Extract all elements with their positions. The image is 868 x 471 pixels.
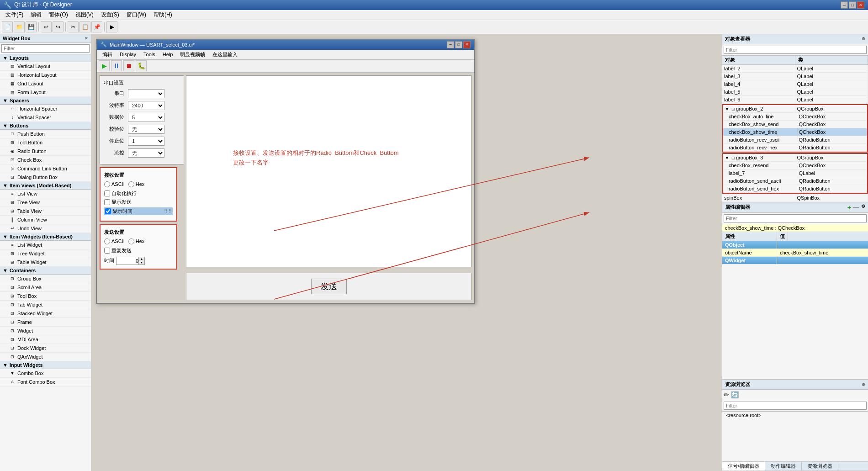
recv-ascii-radio-input[interactable] bbox=[104, 181, 110, 187]
category-buttons[interactable]: ▼ Buttons bbox=[0, 122, 91, 130]
menu-form[interactable]: 窗体(O) bbox=[45, 10, 71, 20]
resource-refresh-icon[interactable]: 🔄 bbox=[731, 391, 739, 398]
tab-signal-slot[interactable]: 信号/槽编辑器 bbox=[722, 462, 765, 471]
tree-row-groupbox3[interactable]: ▼ ⊡groupBox_3 QGroupBox bbox=[723, 154, 867, 162]
widget-item-grid-layout[interactable]: ▦ Grid Layout bbox=[0, 79, 91, 88]
widget-item-frame[interactable]: ⊡ Frame bbox=[0, 318, 91, 327]
paste-button[interactable]: 📌 bbox=[91, 21, 102, 32]
remove-property-icon[interactable]: — bbox=[853, 204, 859, 211]
widget-item-command-link-button[interactable]: ▷ Command Link Button bbox=[0, 164, 91, 173]
minimize-button[interactable]: ─ bbox=[841, 1, 848, 9]
menu-file[interactable]: 文件(F) bbox=[2, 10, 27, 20]
preview-button[interactable]: ▶ bbox=[106, 21, 117, 32]
tree-row-radio-send-ascii[interactable]: radioButton_send_ascii QRadioButton bbox=[723, 177, 867, 185]
menu-view[interactable]: 视图(V) bbox=[72, 10, 97, 20]
text-browser-area[interactable] bbox=[186, 75, 471, 267]
auto-exec-checkbox[interactable] bbox=[104, 191, 110, 196]
menu-edit[interactable]: 编辑 bbox=[27, 10, 45, 20]
stop-button[interactable]: ⏹ bbox=[123, 60, 134, 71]
add-property-icon[interactable]: + bbox=[847, 204, 851, 211]
spinbox-down[interactable]: ▼ bbox=[139, 261, 144, 265]
tree-row-checkbox-resend[interactable]: checkBox_resend QCheckBox bbox=[723, 162, 867, 169]
close-button[interactable]: ✕ bbox=[857, 1, 864, 9]
widget-box-filter-input[interactable] bbox=[1, 44, 90, 53]
resource-browser-options[interactable]: ⚙ bbox=[862, 382, 865, 387]
prop-row-qobject[interactable]: QObject bbox=[722, 241, 868, 249]
stop-select[interactable]: 1 bbox=[128, 137, 164, 146]
widget-item-push-button[interactable]: □ Push Button bbox=[0, 130, 91, 138]
tree-row-spinbox[interactable]: spinBox QSpinBox bbox=[722, 194, 868, 202]
open-button[interactable]: 📁 bbox=[14, 21, 25, 32]
menu-window[interactable]: 窗口(W) bbox=[123, 10, 150, 20]
maximize-button[interactable]: □ bbox=[849, 1, 856, 9]
recv-hex-radio-input[interactable] bbox=[128, 181, 134, 187]
data-select[interactable]: 5 bbox=[128, 113, 164, 122]
designer-menu-help[interactable]: Help bbox=[159, 51, 177, 58]
cut-button[interactable]: ✂ bbox=[68, 21, 79, 32]
tree-row-label6[interactable]: label_6 QLabel bbox=[722, 96, 868, 104]
category-layouts[interactable]: ▼ Layouts bbox=[0, 54, 91, 62]
show-time-check[interactable]: 显示时间 ⠿ ⠿ bbox=[104, 207, 173, 215]
recv-hex-radio[interactable]: Hex bbox=[128, 181, 145, 187]
widget-item-list-widget[interactable]: ≡ List Widget bbox=[0, 241, 91, 249]
tree-row-checkbox-auto[interactable]: checkBox_auto_line QCheckBox bbox=[723, 113, 867, 121]
recv-ascii-radio[interactable]: ASCII bbox=[104, 181, 125, 187]
widget-item-table-view[interactable]: ⊞ Table View bbox=[0, 207, 91, 216]
designer-minimize-btn[interactable]: ─ bbox=[447, 41, 454, 48]
designer-close-btn[interactable]: ✕ bbox=[463, 41, 471, 48]
save-button[interactable]: 💾 bbox=[26, 21, 37, 32]
prop-row-objectname[interactable]: objectName checkBox_show_time bbox=[722, 249, 868, 257]
tree-row-label7[interactable]: label_7 QLabel bbox=[723, 169, 867, 177]
widget-item-font-combo-box[interactable]: A Font Combo Box bbox=[0, 378, 91, 386]
baud-select[interactable]: 2400 bbox=[128, 101, 164, 110]
widget-item-tree-view[interactable]: ⊞ Tree View bbox=[0, 198, 91, 207]
widget-box-close[interactable]: ✕ bbox=[85, 36, 88, 41]
undo-button[interactable]: ↩ bbox=[41, 21, 52, 32]
designer-menu-tools[interactable]: Tools bbox=[140, 51, 159, 58]
send-ascii-radio[interactable]: ASCII bbox=[104, 238, 125, 244]
time-spinbox[interactable]: ▲ ▼ bbox=[116, 257, 145, 265]
repeat-send-check[interactable]: 重复发送 bbox=[104, 247, 173, 254]
tree-row-checkbox-show-send[interactable]: checkBox_show_send QCheckBox bbox=[723, 121, 867, 128]
widget-item-horizontal-layout[interactable]: ▥ Horizontal Layout bbox=[0, 71, 91, 79]
widget-item-scroll-area[interactable]: ⊡ Scroll Area bbox=[0, 283, 91, 292]
tree-row-label2[interactable]: label_2 QLabel bbox=[722, 65, 868, 73]
resource-edit-icon[interactable]: ✏ bbox=[724, 391, 729, 398]
widget-item-form-layout[interactable]: ▧ Form Layout bbox=[0, 88, 91, 97]
widget-item-tool-button[interactable]: ⊞ Tool Button bbox=[0, 138, 91, 147]
widget-item-undo-view[interactable]: ↩ Undo View bbox=[0, 224, 91, 233]
widget-item-vertical-layout[interactable]: ▤ Vertical Layout bbox=[0, 62, 91, 71]
run-button[interactable]: ▶ bbox=[99, 60, 110, 71]
send-ascii-radio-input[interactable] bbox=[104, 238, 110, 244]
category-item-widgets[interactable]: ▼ Item Widgets (Item-Based) bbox=[0, 233, 91, 241]
widget-item-dock-widget[interactable]: ⊡ Dock Widget bbox=[0, 344, 91, 353]
widget-item-radio-button[interactable]: ◉ Radio Button bbox=[0, 147, 91, 156]
widget-item-mdi-area[interactable]: ⊡ MDI Area bbox=[0, 335, 91, 344]
prop-row-qwidget[interactable]: QWidget bbox=[722, 257, 868, 265]
widget-item-tab-widget[interactable]: ⊡ Tab Widget bbox=[0, 301, 91, 309]
widget-item-list-view[interactable]: ≡ List View bbox=[0, 190, 91, 198]
repeat-send-checkbox[interactable] bbox=[104, 248, 110, 254]
tree-row-checkbox-show-time[interactable]: checkBox_show_time QCheckBox bbox=[723, 128, 867, 136]
widget-item-vertical-spacer[interactable]: ↕ Vertical Spacer bbox=[0, 113, 91, 122]
property-options-icon[interactable]: ⚙ bbox=[861, 204, 865, 211]
widget-item-qax-widget[interactable]: ⊡ QAxWidget bbox=[0, 353, 91, 361]
widget-item-stacked-widget[interactable]: ⊡ Stacked Widget bbox=[0, 309, 91, 318]
object-inspector-filter-input[interactable] bbox=[724, 46, 867, 54]
category-item-views[interactable]: ▼ Item Views (Model-Based) bbox=[0, 182, 91, 190]
tree-row-label4[interactable]: label_4 QLabel bbox=[722, 80, 868, 88]
property-filter-input[interactable] bbox=[724, 214, 867, 222]
show-send-check[interactable]: 显示发送 bbox=[104, 199, 173, 206]
time-spinbox-input[interactable] bbox=[116, 257, 139, 265]
widget-item-combo-box[interactable]: ▼ Combo Box bbox=[0, 369, 91, 378]
tree-row-groupbox2[interactable]: ▼ ⊡groupBox_2 QGroupBox bbox=[723, 105, 867, 113]
redo-button[interactable]: ↪ bbox=[53, 21, 64, 32]
tree-row-radio-send-hex[interactable]: radioButton_send_hex QRadioButton bbox=[723, 185, 867, 193]
widget-item-horizontal-spacer[interactable]: ↔ Horizontal Spacer bbox=[0, 105, 91, 113]
resource-root-item[interactable]: <resource root> bbox=[722, 412, 868, 419]
flow-select[interactable]: 无 bbox=[128, 148, 164, 158]
pause-button[interactable]: ⏸ bbox=[111, 60, 122, 71]
port-select[interactable] bbox=[128, 89, 164, 98]
auto-exec-check[interactable]: 自动化执行 bbox=[104, 190, 173, 197]
designer-menu-video[interactable]: 明显视频帧 bbox=[176, 50, 209, 59]
